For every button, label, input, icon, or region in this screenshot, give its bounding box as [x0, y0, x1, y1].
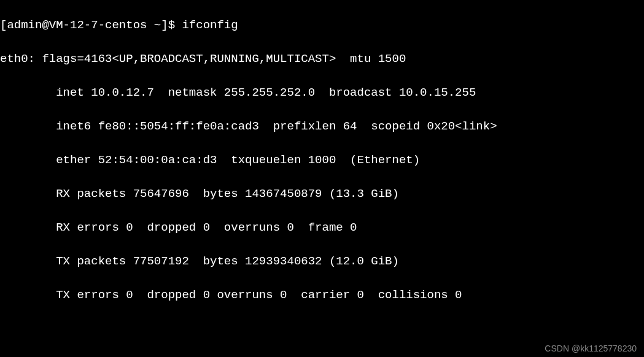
watermark-text: CSDN @kk1125778230	[545, 342, 637, 355]
terminal-output[interactable]: [admin@VM-12-7-centos ~]$ ifconfig eth0:…	[0, 0, 644, 357]
eth0-tx-packets: TX packets 77507192 bytes 12939340632 (1…	[0, 253, 644, 271]
eth0-rx-errors: RX errors 0 dropped 0 overruns 0 frame 0	[0, 220, 644, 237]
blank-line	[0, 321, 644, 338]
eth0-header: eth0: flags=4163<UP,BROADCAST,RUNNING,MU…	[0, 51, 644, 68]
eth0-ether: ether 52:54:00:0a:ca:d3 txqueuelen 1000 …	[0, 152, 644, 169]
prompt-line-1: [admin@VM-12-7-centos ~]$ ifconfig	[0, 17, 644, 34]
eth0-inet: inet 10.0.12.7 netmask 255.255.252.0 bro…	[0, 85, 644, 102]
prompt-prefix: [admin@VM-12-7-centos ~]$	[0, 18, 182, 32]
eth0-rx-packets: RX packets 75647696 bytes 14367450879 (1…	[0, 186, 644, 203]
eth0-tx-errors: TX errors 0 dropped 0 overruns 0 carrier…	[0, 287, 644, 304]
command-text: ifconfig	[182, 18, 238, 32]
eth0-inet6: inet6 fe80::5054:ff:fe0a:cad3 prefixlen …	[0, 118, 644, 136]
lo-header: lo: flags=73<UP,LOOPBACK,RUNNING> mtu 65…	[0, 355, 644, 357]
